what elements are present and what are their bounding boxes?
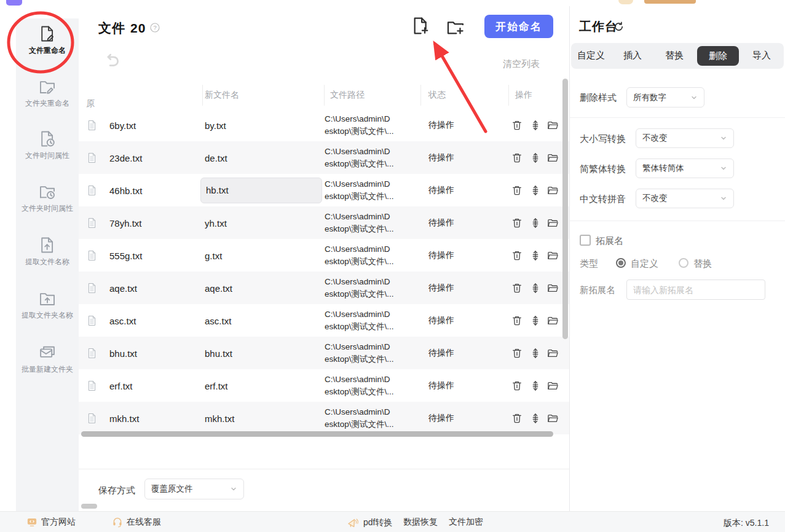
delete-row-icon[interactable] <box>511 380 523 392</box>
table-row[interactable]: asc.txt asc.txt C:\Users\admin\Desktop\测… <box>79 304 569 337</box>
move-row-icon[interactable] <box>529 184 542 197</box>
save-mode-dropdown[interactable]: 覆盖原文件 <box>144 479 244 499</box>
headset-icon <box>112 517 123 528</box>
start-rename-button[interactable]: 开始命名 <box>484 15 553 38</box>
add-file-button[interactable] <box>411 16 430 36</box>
delete-row-icon[interactable] <box>511 249 523 262</box>
file-encrypt-link[interactable]: 文件加密 <box>449 517 483 528</box>
table-row[interactable]: aqe.txt aqe.txt C:\Users\admin\Desktop\测… <box>79 272 569 304</box>
table-row[interactable]: bhu.txt bhu.txt C:\Users\admin\Desktop\测… <box>79 337 569 369</box>
new-name[interactable]: aqe.txt <box>205 283 232 293</box>
sidebar-item-file-time[interactable]: 文件时间属性 <box>16 130 79 160</box>
type-radio-custom[interactable] <box>616 258 626 268</box>
open-folder-icon[interactable] <box>546 217 559 229</box>
new-name[interactable]: yh.txt <box>205 217 227 228</box>
online-service-link[interactable]: 在线客服 <box>112 517 161 528</box>
new-name[interactable]: g.txt <box>205 250 222 260</box>
vertical-scrollbar[interactable] <box>562 79 568 339</box>
pinyin-convert-dropdown[interactable]: 不改变 <box>636 189 734 208</box>
move-row-icon[interactable] <box>529 217 542 229</box>
tab-insert[interactable]: 插入 <box>623 50 642 61</box>
delete-row-icon[interactable] <box>511 412 523 424</box>
delete-row-icon[interactable] <box>511 217 523 229</box>
new-name[interactable]: mkh.txt <box>205 413 234 423</box>
move-row-icon[interactable] <box>529 282 542 294</box>
move-row-icon[interactable] <box>529 315 542 327</box>
table-row[interactable]: 23de.txt de.txt C:\Users\admin\Desktop\测… <box>79 141 569 174</box>
move-row-icon[interactable] <box>529 152 542 164</box>
add-folder-button[interactable] <box>446 17 465 37</box>
delete-row-icon[interactable] <box>511 152 523 164</box>
original-name: erf.txt <box>109 380 133 391</box>
delete-row-icon[interactable] <box>511 347 523 359</box>
open-folder-icon[interactable] <box>546 412 559 424</box>
new-name[interactable]: by.txt <box>205 120 226 130</box>
open-folder-icon[interactable] <box>546 119 559 131</box>
delete-row-icon[interactable] <box>511 282 523 294</box>
move-row-icon[interactable] <box>529 347 542 359</box>
table-row[interactable]: mkh.txt mkh.txt C:\Users\admin\Desktop\测… <box>79 402 569 434</box>
clear-list-button[interactable]: 清空列表 <box>503 58 540 70</box>
open-folder-icon[interactable] <box>546 315 559 327</box>
status-text: 待操作 <box>428 413 454 424</box>
status-text: 待操作 <box>428 380 454 391</box>
table-row[interactable]: 555g.txt g.txt C:\Users\admin\Desktop\测试… <box>79 239 569 272</box>
data-recover-link[interactable]: 数据恢复 <box>403 517 438 528</box>
extension-checkbox[interactable] <box>580 235 591 246</box>
status-text: 待操作 <box>428 283 454 294</box>
sidebar-item-file-rename[interactable]: 文件重命名 <box>16 25 79 55</box>
new-name[interactable]: bhu.txt <box>205 348 232 358</box>
type-radio-replace[interactable] <box>679 258 688 268</box>
type-option-custom[interactable]: 自定义 <box>631 258 658 270</box>
move-row-icon[interactable] <box>529 249 542 262</box>
delete-style-dropdown[interactable]: 所有数字 <box>626 87 704 108</box>
tab-delete-active[interactable]: 删除 <box>697 46 739 66</box>
new-extension-label: 新拓展名 <box>580 284 615 296</box>
official-site-link[interactable]: 官方网站 <box>26 517 76 528</box>
table-row[interactable]: erf.txt erf.txt C:\Users\admin\Desktop\测… <box>79 369 569 402</box>
table-row[interactable]: 6by.txt by.txt C:\Users\admin\Desktop\测试… <box>79 109 569 141</box>
file-path: C:\Users\admin\Desktop\测试文件\... <box>325 406 412 431</box>
new-extension-input[interactable] <box>626 280 765 300</box>
sidebar-item-batch-new-folder[interactable]: 批量新建文件夹 <box>16 343 79 374</box>
table-row[interactable]: 46hb.txt hb.txt C:\Users\admin\Desktop\测… <box>79 174 569 206</box>
open-folder-icon[interactable] <box>546 152 559 164</box>
sidebar-item-extract-folder-name[interactable]: 提取文件夹名称 <box>16 289 79 319</box>
sidebar-item-folder-rename[interactable]: 文件夹重命名 <box>16 77 79 108</box>
new-name[interactable]: erf.txt <box>205 380 228 391</box>
chevron-down-icon <box>720 165 727 172</box>
table-row[interactable]: 78yh.txt yh.txt C:\Users\admin\Desktop\测… <box>79 206 569 239</box>
tab-import[interactable]: 导入 <box>752 50 771 61</box>
open-folder-icon[interactable] <box>546 380 559 392</box>
type-option-replace[interactable]: 替换 <box>693 258 712 270</box>
sort-descending-icon[interactable]: ↓ <box>89 98 93 108</box>
tab-replace[interactable]: 替换 <box>665 50 684 61</box>
sidebar-item-folder-time[interactable]: 文件夹时间属性 <box>16 182 79 213</box>
new-name[interactable]: asc.txt <box>205 315 231 326</box>
refresh-icon[interactable] <box>613 21 625 33</box>
sidebar-item-label: 文件夹重命名 <box>16 99 79 108</box>
new-name[interactable]: de.txt <box>205 152 227 163</box>
tc-convert-dropdown[interactable]: 繁体转简体 <box>636 158 734 178</box>
tab-custom[interactable]: 自定义 <box>577 50 605 61</box>
original-name: asc.txt <box>109 315 136 326</box>
delete-row-icon[interactable] <box>511 119 523 131</box>
open-folder-icon[interactable] <box>546 282 559 294</box>
open-folder-icon[interactable] <box>546 347 559 359</box>
delete-row-icon[interactable] <box>511 184 523 197</box>
pdf-convert-link[interactable]: pdf转换 <box>346 517 392 529</box>
horizontal-scrollbar[interactable] <box>81 431 553 437</box>
move-row-icon[interactable] <box>529 380 542 392</box>
open-folder-icon[interactable] <box>546 184 559 197</box>
divider <box>79 469 569 469</box>
sidebar-item-extract-file-name[interactable]: 提取文件名称 <box>16 236 79 266</box>
help-icon[interactable] <box>149 22 160 33</box>
case-convert-dropdown[interactable]: 不改变 <box>636 128 734 148</box>
move-row-icon[interactable] <box>529 412 542 424</box>
footer-bar: 官方网站 在线客服 pdf转换 数据恢复 文件加密 版本: v5.1.1 <box>0 511 785 532</box>
open-folder-icon[interactable] <box>546 249 559 262</box>
new-name-edit-field[interactable]: hb.txt <box>200 178 322 203</box>
undo-icon[interactable] <box>102 52 120 70</box>
delete-row-icon[interactable] <box>511 315 523 327</box>
move-row-icon[interactable] <box>529 119 542 131</box>
